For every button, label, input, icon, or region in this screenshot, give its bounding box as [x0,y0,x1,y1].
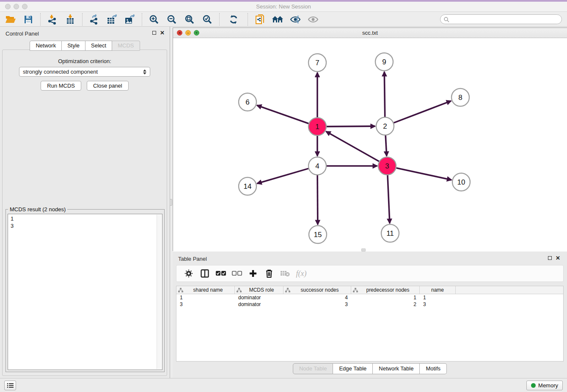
close-table-panel-icon[interactable]: ✕ [556,256,560,260]
toolbar-separator [82,13,83,26]
add-column-icon[interactable] [245,267,261,280]
graph-edge-2-9[interactable] [384,72,385,117]
tab-node-table[interactable]: Node Table [293,363,333,374]
close-panel-button[interactable]: Close panel [87,81,129,91]
table-cell[interactable]: dominator [235,301,284,308]
settings-gear-icon[interactable] [181,267,197,280]
deselect-all-icon[interactable] [229,267,245,280]
graph-edge-4-14[interactable] [257,168,308,183]
column-header-shared-name[interactable]: shared name [176,286,235,294]
tab-mcds[interactable]: MCDS [112,41,140,51]
graph-node-14[interactable]: 14 [239,177,256,195]
graph-edge-2-8[interactable] [394,101,451,123]
hide-panel-eye-icon[interactable] [286,13,304,26]
graph-node-4[interactable]: 4 [308,157,326,175]
selected-criterion: strongly connected component [23,69,143,75]
zoom-out-icon[interactable] [163,13,181,26]
clone-network-icon[interactable] [251,13,269,26]
search-input[interactable] [449,16,561,23]
graph-node-8[interactable]: 8 [451,88,469,106]
zoom-fit-icon[interactable] [181,13,198,26]
zoom-in-icon[interactable] [145,13,163,26]
tab-style[interactable]: Style [62,41,85,51]
graph-edge-1-2[interactable] [327,126,375,127]
canvas-scrollbar-thumb[interactable] [361,248,366,251]
run-mcds-button[interactable]: Run MCDS [41,81,81,91]
column-header-predecessor-nodes[interactable]: predecessor nodes [351,286,420,294]
zoom-selected-icon[interactable] [198,13,216,26]
task-history-button[interactable] [4,381,16,390]
graph-edge-2-3[interactable] [385,135,387,156]
table-cell[interactable]: 3 [420,301,456,308]
refresh-icon[interactable] [223,13,245,26]
table-cell[interactable]: 1 [420,294,456,301]
control-panel-title: Control Panel [6,30,39,37]
mcds-result-textarea[interactable]: 13 [8,214,162,370]
column-mode-icon[interactable] [197,267,213,280]
delete-table-icon[interactable] [277,267,293,280]
graph: 7968124314101511 [173,38,567,251]
optimization-criterion-select[interactable]: strongly connected component [19,67,150,77]
save-session-icon[interactable] [19,13,37,26]
graph-node-7[interactable]: 7 [308,54,326,72]
export-table-icon[interactable] [103,13,121,26]
graph-node-2[interactable]: 2 [376,117,394,135]
mcds-result-line: 1 [11,215,160,222]
export-network-icon[interactable] [85,13,103,26]
column-header-MCDS-role[interactable]: MCDS role [235,286,284,294]
svg-text:3: 3 [385,162,389,170]
table-cell[interactable]: dominator [235,294,284,301]
open-session-icon[interactable] [2,13,19,26]
table-cell[interactable]: 1 [351,294,420,301]
table-row[interactable]: 3dominator323 [176,301,563,308]
float-panel-icon[interactable] [152,31,156,35]
graph-edge-3-11[interactable] [388,175,390,224]
control-panel-tabs: NetworkStyleSelectMCDS [0,41,170,51]
import-network-icon[interactable] [44,13,61,26]
main-toolbar [0,12,567,27]
close-panel-icon[interactable]: ✕ [160,30,165,35]
table-panel-title: Table Panel [178,256,207,262]
show-panel-eye-icon[interactable] [304,13,322,26]
tab-network[interactable]: Network [30,41,62,51]
table-row[interactable]: 1dominator411 [176,294,563,301]
table-cell[interactable]: 3 [176,301,235,308]
graph-node-6[interactable]: 6 [239,93,256,111]
network-window-titlebar[interactable]: ✕ − + scc.txt [173,28,567,38]
graph-node-11[interactable]: 11 [381,224,399,242]
column-header-successor-nodes[interactable]: successor nodes [284,286,351,294]
result-scrollbar[interactable] [157,215,162,369]
home-icon[interactable] [269,13,286,26]
graph-node-3[interactable]: 3 [378,157,396,175]
table-cell[interactable]: 1 [176,294,235,301]
memory-status-dot [531,383,536,388]
function-builder-icon[interactable]: f(x) [293,267,309,280]
table-cell[interactable]: 3 [284,301,351,308]
export-image-icon[interactable] [121,13,139,26]
search-field[interactable] [440,14,562,24]
network-canvas[interactable]: 7968124314101511 [173,38,567,251]
graph-node-15[interactable]: 15 [309,226,327,243]
tab-network-table[interactable]: Network Table [373,363,420,374]
select-all-icon[interactable] [213,267,229,280]
graph-edge-4-15[interactable] [317,175,318,225]
tab-select[interactable]: Select [85,41,112,51]
graph-edge-3-10[interactable] [396,168,451,180]
column-header-name[interactable]: name [420,286,456,294]
splitter-handle-vertical[interactable] [170,199,172,206]
graph-node-1[interactable]: 1 [308,118,326,135]
memory-button[interactable]: Memory [526,381,563,390]
graph-node-10[interactable]: 10 [452,173,470,191]
graph-edge-1-6[interactable] [257,105,308,124]
graph-node-9[interactable]: 9 [375,53,393,71]
svg-text:14: 14 [244,182,252,190]
import-table-icon[interactable] [61,13,79,26]
tab-edge-table[interactable]: Edge Table [333,363,373,374]
float-table-panel-icon[interactable] [548,256,552,260]
tab-motifs[interactable]: Motifs [420,363,447,374]
svg-text:4: 4 [315,162,319,170]
delete-column-icon[interactable] [261,267,277,280]
table-cell[interactable]: 4 [284,294,351,301]
table-cell[interactable]: 2 [351,301,420,308]
graph-edge-3-1[interactable] [326,132,379,162]
